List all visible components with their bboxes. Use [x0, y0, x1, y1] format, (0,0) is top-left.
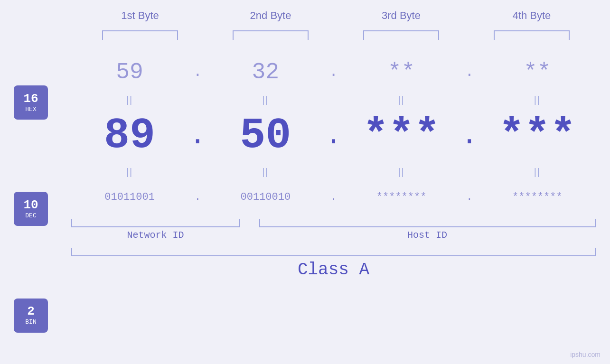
bin-b1: 01011001	[71, 191, 188, 203]
hex-dot-3: .	[460, 63, 479, 81]
class-bracket	[71, 248, 596, 256]
bottom-bracket-row	[62, 219, 605, 227]
top-brackets	[75, 26, 597, 40]
hex-b4: **	[479, 59, 596, 85]
main-content: 16 HEX 10 DEC 2 BIN 59 .	[0, 45, 610, 364]
dec-dot-3: .	[460, 121, 479, 150]
dec-row: 89 . 50 . *** . ***	[62, 107, 605, 164]
bin-dot-3: .	[460, 191, 479, 203]
dec-dot-2: .	[324, 121, 343, 150]
dec-badge: 10 DEC	[14, 192, 48, 226]
watermark: ipshu.com	[570, 351, 601, 358]
bin-dot-1: .	[188, 191, 207, 203]
dec-b2: 50	[207, 112, 324, 160]
dec-badge-num: 10	[23, 199, 38, 211]
main-container: 1st Byte 2nd Byte 3rd Byte 4th Byte 16 H…	[0, 0, 610, 364]
host-id-label: Host ID	[259, 230, 596, 241]
bin-b4: ********	[479, 191, 596, 203]
bin-b2: 00110010	[207, 191, 324, 203]
bracket-b3	[363, 30, 439, 40]
byte1-header: 1st Byte	[75, 9, 206, 22]
bin-badge: 2 BIN	[14, 299, 48, 333]
class-label: Class A	[62, 260, 605, 280]
hex-b3: **	[343, 59, 460, 85]
bin-b3: ********	[343, 191, 460, 203]
network-bracket	[71, 219, 240, 227]
eq2-b3: ||	[343, 167, 460, 177]
eq2-b4: ||	[479, 167, 596, 177]
network-host-labels: Network ID Host ID	[62, 230, 605, 241]
hex-badge: 16 HEX	[14, 85, 48, 120]
bin-row: 01011001 . 00110010 . ******** .	[62, 179, 605, 215]
byte3-header: 3rd Byte	[336, 9, 467, 22]
byte2-header: 2nd Byte	[206, 9, 336, 22]
badges-column: 16 HEX 10 DEC 2 BIN	[0, 45, 62, 364]
network-id-label: Network ID	[71, 230, 240, 241]
hex-dot-2: .	[324, 63, 343, 81]
bracket-b1	[102, 30, 178, 40]
class-bracket-container	[62, 248, 605, 256]
equals-row-2: || || || ||	[62, 164, 605, 179]
hex-b2: 32	[207, 59, 324, 85]
dec-b3: ***	[343, 112, 460, 160]
bin-badge-label: BIN	[25, 318, 36, 326]
dec-badge-label: DEC	[25, 212, 36, 219]
eq2-b2: ||	[207, 167, 324, 177]
bracket-b2	[233, 30, 309, 40]
hex-badge-num: 16	[23, 93, 38, 105]
hex-b1: 59	[71, 59, 188, 85]
hex-dot-1: .	[188, 63, 207, 81]
host-bracket	[259, 219, 596, 227]
bin-dot-2: .	[324, 191, 343, 203]
hex-badge-label: HEX	[25, 106, 36, 113]
bin-badge-num: 2	[27, 305, 35, 317]
dec-dot-1: .	[188, 121, 207, 150]
dec-b1: 89	[71, 112, 188, 160]
eq1-b1: ||	[71, 94, 188, 105]
dec-b4: ***	[479, 112, 596, 160]
byte-headers: 1st Byte 2nd Byte 3rd Byte 4th Byte	[75, 9, 597, 22]
eq1-b3: ||	[343, 94, 460, 105]
equals-row-1: || || || ||	[62, 92, 605, 107]
hex-row: 59 . 32 . ** . **	[62, 52, 605, 92]
eq1-b2: ||	[207, 94, 324, 105]
eq2-b1: ||	[71, 167, 188, 177]
values-grid: 59 . 32 . ** . **	[62, 45, 610, 364]
bracket-b4	[494, 30, 570, 40]
byte4-header: 4th Byte	[467, 9, 597, 22]
eq1-b4: ||	[479, 94, 596, 105]
